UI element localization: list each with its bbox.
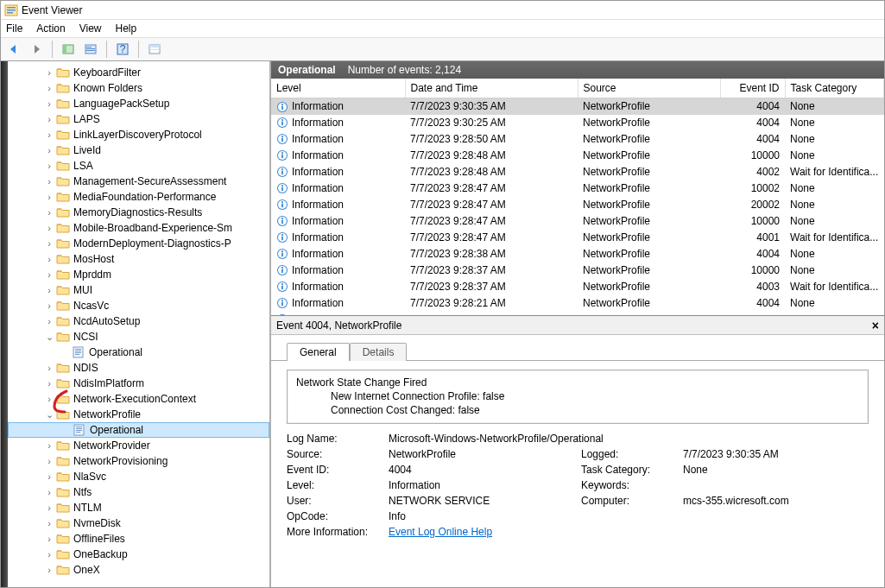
tree-node[interactable]: ›Ntfs — [8, 484, 269, 500]
help-button[interactable]: ? — [113, 40, 132, 59]
tree-node[interactable]: ›Mobile-Broadband-Experience-Sm — [8, 220, 269, 236]
chevron-right-icon[interactable]: › — [42, 518, 56, 528]
event-row[interactable]: Information7/7/2023 9:28:38 AMNetworkPro… — [271, 246, 884, 262]
tree-node[interactable]: ›LanguagePackSetup — [8, 96, 269, 111]
chevron-right-icon[interactable]: › — [42, 549, 56, 560]
tree-node[interactable]: ›OneBackup — [8, 547, 269, 562]
col-task[interactable]: Task Category — [785, 79, 884, 98]
tree-node[interactable]: ›MediaFoundation-Performance — [8, 189, 269, 205]
chevron-right-icon[interactable]: › — [42, 269, 56, 280]
chevron-down-icon[interactable]: ⌄ — [42, 332, 56, 343]
event-row[interactable]: Information7/7/2023 9:28:48 AMNetworkPro… — [271, 148, 884, 164]
event-row[interactable]: Information7/7/2023 9:28:47 AMNetworkPro… — [271, 213, 884, 230]
chevron-down-icon[interactable]: ⌄ — [42, 409, 56, 420]
tree-node[interactable]: ›Operational — [8, 345, 269, 360]
chevron-right-icon[interactable]: › — [42, 487, 56, 497]
show-hide-tree-button[interactable] — [59, 40, 78, 59]
tree-node[interactable]: ›MemoryDiagnostics-Results — [8, 205, 269, 220]
tree-node[interactable]: ›LAPS — [8, 111, 269, 127]
tree-node[interactable]: ›Network-ExecutionContext — [8, 391, 269, 407]
chevron-right-icon[interactable]: › — [42, 503, 56, 513]
tree-node[interactable]: ›NetworkProvider — [8, 438, 269, 453]
tree-node[interactable]: ›MosHost — [8, 251, 269, 267]
panel-toggle-button[interactable] — [145, 40, 164, 59]
tree-node[interactable]: ›NcasVc — [8, 298, 269, 313]
event-row[interactable]: Information7/7/2023 9:28:48 AMNetworkPro… — [271, 164, 884, 180]
tree-node[interactable]: ›LSA — [8, 158, 269, 174]
chevron-right-icon[interactable]: › — [42, 207, 56, 218]
tab-details[interactable]: Details — [350, 343, 408, 361]
event-row[interactable]: Information7/7/2023 9:28:47 AMNetworkPro… — [271, 197, 884, 213]
tree-node[interactable]: ›NvmeDisk — [8, 515, 269, 531]
event-row[interactable]: Information7/7/2023 9:28:47 AMNetworkPro… — [271, 230, 884, 246]
chevron-right-icon[interactable]: › — [42, 254, 56, 264]
back-button[interactable] — [4, 40, 23, 59]
chevron-right-icon[interactable]: › — [42, 145, 56, 155]
event-row[interactable]: Information7/7/2023 9:28:21 AMNetworkPro… — [271, 295, 884, 312]
chevron-right-icon[interactable]: › — [42, 363, 56, 373]
tree-node[interactable]: ›NdisImPlatform — [8, 376, 269, 391]
tree-node[interactable]: ›NcdAutoSetup — [8, 313, 269, 329]
tree-node[interactable]: ›OneX — [8, 562, 269, 578]
chevron-right-icon[interactable]: › — [42, 285, 56, 295]
tree-node[interactable]: ›NDIS — [8, 360, 269, 376]
menu-help[interactable]: Help — [116, 22, 137, 35]
tree-node[interactable]: ›ModernDeployment-Diagnostics-P — [8, 236, 269, 251]
event-row[interactable]: Information7/7/2023 9:28:37 AMNetworkPro… — [271, 262, 884, 279]
col-source[interactable]: Source — [578, 79, 720, 98]
tree-node[interactable]: ⌄NetworkProfile — [8, 407, 269, 422]
chevron-right-icon[interactable]: › — [42, 130, 56, 140]
tree-node[interactable]: ›OfflineFiles — [8, 531, 269, 547]
tree-node[interactable]: ›Mprddm — [8, 267, 269, 282]
tree-node[interactable]: ›Management-SecureAssessment — [8, 174, 269, 189]
chevron-right-icon[interactable]: › — [42, 300, 56, 311]
chevron-right-icon[interactable]: › — [42, 98, 56, 109]
tree-node[interactable]: ›NlaSvc — [8, 469, 269, 484]
event-row[interactable]: Information7/7/2023 9:28:50 AMNetworkPro… — [271, 131, 884, 148]
chevron-right-icon[interactable]: › — [42, 565, 56, 575]
tree-pane[interactable]: ›KeyboardFilter›Known Folders›LanguagePa… — [8, 61, 271, 587]
menu-file[interactable]: File — [6, 22, 22, 35]
tree-node[interactable]: ›Operational — [8, 422, 269, 438]
chevron-right-icon[interactable]: › — [42, 456, 56, 466]
chevron-right-icon[interactable]: › — [42, 67, 56, 78]
event-row[interactable]: Information7/7/2023 9:30:35 AMNetworkPro… — [271, 98, 884, 115]
svg-text:?: ? — [120, 43, 126, 55]
tree-node[interactable]: ›NetworkProvisioning — [8, 453, 269, 469]
tree-node[interactable]: ›NTLM — [8, 500, 269, 515]
tab-general[interactable]: General — [287, 343, 350, 361]
tree-node[interactable]: ›LiveId — [8, 142, 269, 158]
forward-button[interactable] — [27, 40, 46, 59]
tree-node[interactable]: ›MUI — [8, 282, 269, 298]
link-online-help[interactable]: Event Log Online Help — [389, 526, 492, 538]
chevron-right-icon[interactable]: › — [42, 394, 56, 404]
event-row[interactable]: Information7/7/2023 9:28:37 AMNetworkPro… — [271, 279, 884, 295]
tree-node[interactable]: ›Known Folders — [8, 80, 269, 96]
col-level[interactable]: Level — [271, 79, 405, 98]
col-date[interactable]: Date and Time — [405, 79, 578, 98]
chevron-right-icon[interactable]: › — [42, 176, 56, 187]
chevron-right-icon[interactable]: › — [42, 471, 56, 482]
col-eventid[interactable]: Event ID — [720, 79, 785, 98]
chevron-right-icon[interactable]: › — [42, 440, 56, 451]
tree-node[interactable]: ⌄NCSI — [8, 329, 269, 345]
menu-view[interactable]: View — [79, 22, 102, 35]
close-detail-button[interactable]: × — [872, 319, 879, 332]
tree-node[interactable]: ›KeyboardFilter — [8, 65, 269, 80]
svg-point-59 — [281, 234, 283, 236]
menu-action[interactable]: Action — [36, 22, 65, 35]
events-grid[interactable]: Level Date and Time Source Event ID Task… — [271, 79, 884, 316]
properties-button[interactable] — [81, 40, 100, 59]
chevron-right-icon[interactable]: › — [42, 534, 56, 544]
tree-node[interactable]: ›LinkLayerDiscoveryProtocol — [8, 127, 269, 142]
chevron-right-icon[interactable]: › — [42, 316, 56, 326]
chevron-right-icon[interactable]: › — [42, 161, 56, 171]
event-row[interactable]: Information7/7/2023 9:28:47 AMNetworkPro… — [271, 180, 884, 197]
chevron-right-icon[interactable]: › — [42, 192, 56, 202]
chevron-right-icon[interactable]: › — [42, 83, 56, 93]
chevron-right-icon[interactable]: › — [42, 378, 56, 389]
chevron-right-icon[interactable]: › — [42, 238, 56, 249]
chevron-right-icon[interactable]: › — [42, 223, 56, 233]
chevron-right-icon[interactable]: › — [42, 114, 56, 124]
event-row[interactable]: Information7/7/2023 9:30:25 AMNetworkPro… — [271, 115, 884, 131]
